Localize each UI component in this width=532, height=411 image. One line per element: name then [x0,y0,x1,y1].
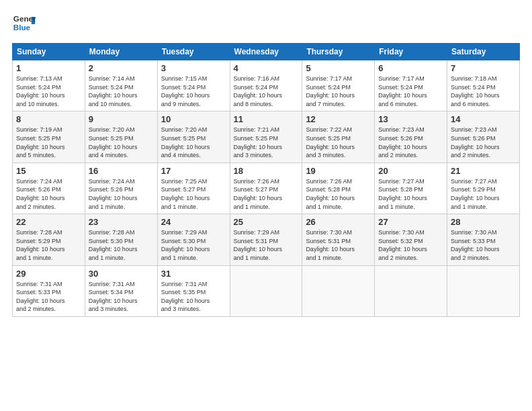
day-cell: 26Sunrise: 7:30 AM Sunset: 5:31 PM Dayli… [302,214,375,265]
day-cell: 12Sunrise: 7:22 AM Sunset: 5:25 PM Dayli… [302,111,375,163]
day-number: 29 [16,269,81,279]
day-number: 21 [451,166,516,176]
day-number: 25 [234,217,299,227]
day-info: Sunrise: 7:23 AM Sunset: 5:26 PM Dayligh… [378,126,443,159]
header-row: SundayMondayTuesdayWednesdayThursdayFrid… [13,44,520,60]
day-cell: 23Sunrise: 7:28 AM Sunset: 5:30 PM Dayli… [85,214,157,265]
day-cell [447,265,520,316]
day-info: Sunrise: 7:28 AM Sunset: 5:30 PM Dayligh… [89,228,154,262]
day-cell [230,265,302,316]
header-thursday: Thursday [302,44,375,60]
day-cell: 5Sunrise: 7:17 AM Sunset: 5:24 PM Daylig… [302,60,375,111]
day-info: Sunrise: 7:27 AM Sunset: 5:28 PM Dayligh… [378,177,443,211]
day-info: Sunrise: 7:27 AM Sunset: 5:29 PM Dayligh… [451,177,516,211]
day-info: Sunrise: 7:17 AM Sunset: 5:24 PM Dayligh… [378,75,443,108]
day-number: 7 [451,63,516,73]
day-cell: 24Sunrise: 7:29 AM Sunset: 5:30 PM Dayli… [157,214,230,265]
day-info: Sunrise: 7:16 AM Sunset: 5:24 PM Dayligh… [234,75,299,108]
day-cell: 3Sunrise: 7:15 AM Sunset: 5:24 PM Daylig… [157,60,230,111]
day-info: Sunrise: 7:26 AM Sunset: 5:28 PM Dayligh… [306,177,371,211]
day-number: 28 [451,217,516,227]
day-number: 23 [89,217,154,227]
day-info: Sunrise: 7:31 AM Sunset: 5:35 PM Dayligh… [161,280,226,314]
week-row-2: 15Sunrise: 7:24 AM Sunset: 5:26 PM Dayli… [13,163,520,214]
header: General Blue [12,12,520,36]
day-info: Sunrise: 7:24 AM Sunset: 5:26 PM Dayligh… [16,177,81,211]
day-info: Sunrise: 7:15 AM Sunset: 5:24 PM Dayligh… [161,75,226,108]
day-number: 4 [234,63,299,73]
day-number: 31 [161,269,226,279]
day-info: Sunrise: 7:21 AM Sunset: 5:25 PM Dayligh… [234,126,299,159]
day-info: Sunrise: 7:14 AM Sunset: 5:24 PM Dayligh… [89,75,154,108]
day-cell: 29Sunrise: 7:31 AM Sunset: 5:33 PM Dayli… [13,265,85,316]
day-number: 9 [89,114,154,124]
day-cell: 31Sunrise: 7:31 AM Sunset: 5:35 PM Dayli… [157,265,230,316]
day-info: Sunrise: 7:29 AM Sunset: 5:31 PM Dayligh… [234,228,299,262]
day-cell: 16Sunrise: 7:24 AM Sunset: 5:26 PM Dayli… [85,163,157,214]
day-info: Sunrise: 7:23 AM Sunset: 5:26 PM Dayligh… [451,126,516,159]
day-number: 30 [89,269,154,279]
day-cell: 2Sunrise: 7:14 AM Sunset: 5:24 PM Daylig… [85,60,157,111]
day-number: 3 [161,63,226,73]
day-cell: 4Sunrise: 7:16 AM Sunset: 5:24 PM Daylig… [230,60,302,111]
day-number: 12 [306,114,371,124]
day-cell: 30Sunrise: 7:31 AM Sunset: 5:34 PM Dayli… [85,265,157,316]
page: General Blue SundayMondayTuesdayWednesda… [0,0,532,324]
day-cell [302,265,375,316]
logo: General Blue [12,12,39,36]
header-monday: Monday [85,44,157,60]
day-info: Sunrise: 7:19 AM Sunset: 5:25 PM Dayligh… [16,126,81,159]
svg-text:Blue: Blue [13,23,31,32]
day-number: 27 [378,217,443,227]
day-number: 19 [306,166,371,176]
day-info: Sunrise: 7:26 AM Sunset: 5:27 PM Dayligh… [234,177,299,211]
day-number: 20 [378,166,443,176]
day-info: Sunrise: 7:18 AM Sunset: 5:24 PM Dayligh… [451,75,516,108]
day-cell: 9Sunrise: 7:20 AM Sunset: 5:25 PM Daylig… [85,111,157,163]
day-cell: 17Sunrise: 7:25 AM Sunset: 5:27 PM Dayli… [157,163,230,214]
day-cell: 22Sunrise: 7:28 AM Sunset: 5:29 PM Dayli… [13,214,85,265]
day-number: 14 [451,114,516,124]
day-cell: 13Sunrise: 7:23 AM Sunset: 5:26 PM Dayli… [375,111,447,163]
day-number: 15 [16,166,81,176]
header-wednesday: Wednesday [230,44,302,60]
day-cell: 11Sunrise: 7:21 AM Sunset: 5:25 PM Dayli… [230,111,302,163]
day-number: 1 [16,63,81,73]
day-cell [375,265,447,316]
day-number: 5 [306,63,371,73]
header-saturday: Saturday [447,44,520,60]
day-info: Sunrise: 7:25 AM Sunset: 5:27 PM Dayligh… [161,177,226,211]
calendar-table: SundayMondayTuesdayWednesdayThursdayFrid… [12,43,520,317]
day-info: Sunrise: 7:13 AM Sunset: 5:24 PM Dayligh… [16,75,81,108]
day-number: 6 [378,63,443,73]
day-info: Sunrise: 7:24 AM Sunset: 5:26 PM Dayligh… [89,177,154,211]
day-info: Sunrise: 7:31 AM Sunset: 5:33 PM Dayligh… [16,280,81,314]
day-cell: 21Sunrise: 7:27 AM Sunset: 5:29 PM Dayli… [447,163,520,214]
day-number: 2 [89,63,154,73]
day-info: Sunrise: 7:20 AM Sunset: 5:25 PM Dayligh… [89,126,154,159]
header-tuesday: Tuesday [157,44,230,60]
day-cell: 7Sunrise: 7:18 AM Sunset: 5:24 PM Daylig… [447,60,520,111]
day-cell: 18Sunrise: 7:26 AM Sunset: 5:27 PM Dayli… [230,163,302,214]
day-cell: 27Sunrise: 7:30 AM Sunset: 5:32 PM Dayli… [375,214,447,265]
day-cell: 8Sunrise: 7:19 AM Sunset: 5:25 PM Daylig… [13,111,85,163]
day-number: 16 [89,166,154,176]
day-info: Sunrise: 7:28 AM Sunset: 5:29 PM Dayligh… [16,228,81,262]
day-info: Sunrise: 7:20 AM Sunset: 5:25 PM Dayligh… [161,126,226,159]
day-info: Sunrise: 7:30 AM Sunset: 5:31 PM Dayligh… [306,228,371,262]
day-cell: 14Sunrise: 7:23 AM Sunset: 5:26 PM Dayli… [447,111,520,163]
day-cell: 28Sunrise: 7:30 AM Sunset: 5:33 PM Dayli… [447,214,520,265]
day-info: Sunrise: 7:17 AM Sunset: 5:24 PM Dayligh… [306,75,371,108]
day-cell: 6Sunrise: 7:17 AM Sunset: 5:24 PM Daylig… [375,60,447,111]
day-cell: 25Sunrise: 7:29 AM Sunset: 5:31 PM Dayli… [230,214,302,265]
day-cell: 15Sunrise: 7:24 AM Sunset: 5:26 PM Dayli… [13,163,85,214]
day-info: Sunrise: 7:30 AM Sunset: 5:32 PM Dayligh… [378,228,443,262]
day-number: 8 [16,114,81,124]
day-number: 10 [161,114,226,124]
day-number: 18 [234,166,299,176]
day-number: 26 [306,217,371,227]
day-number: 17 [161,166,226,176]
day-number: 22 [16,217,81,227]
logo-icon: General Blue [12,12,36,36]
week-row-3: 22Sunrise: 7:28 AM Sunset: 5:29 PM Dayli… [13,214,520,265]
